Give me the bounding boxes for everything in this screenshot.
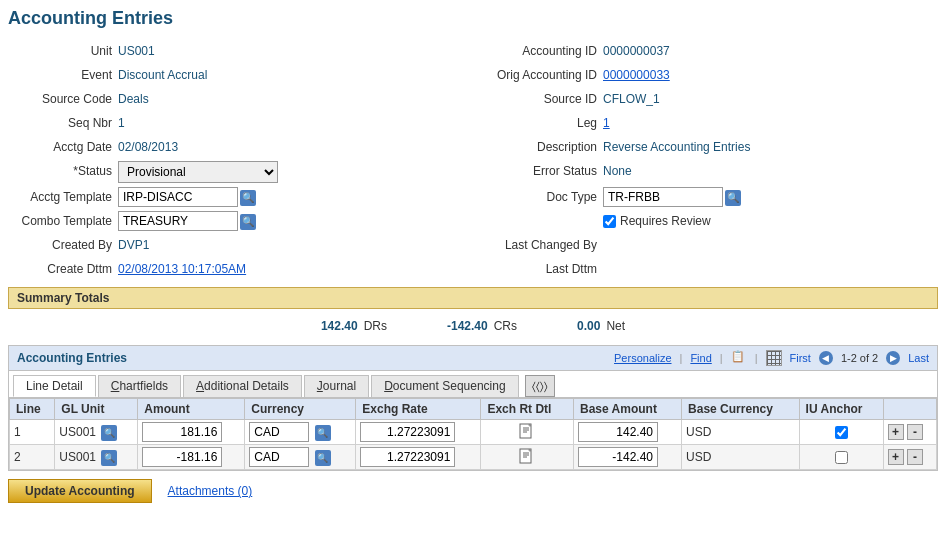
- acctg-date-field: Acctg Date 02/08/2013: [8, 137, 473, 157]
- update-accounting-button[interactable]: Update Accounting: [8, 479, 152, 503]
- exch-rt-dtl-button-1[interactable]: [518, 423, 536, 441]
- created-by-label: Created By: [8, 235, 118, 255]
- combo-template-search-button[interactable]: 🔍: [238, 211, 258, 231]
- col-iu-anchor: IU Anchor: [799, 399, 883, 420]
- add-row-button-1[interactable]: +: [888, 424, 904, 440]
- add-row-button-2[interactable]: +: [888, 449, 904, 465]
- cell-exch-rt-dtl-1: [481, 420, 574, 445]
- pipe3: |: [755, 352, 758, 364]
- cell-line-1: 1: [10, 420, 55, 445]
- cell-amount-2: [138, 445, 245, 470]
- grid-icon[interactable]: [766, 350, 782, 366]
- cell-actions-2: + -: [883, 445, 936, 470]
- amount-input-2[interactable]: [142, 447, 222, 467]
- amount-input-1[interactable]: [142, 422, 222, 442]
- orig-accounting-id-value[interactable]: 0000000033: [603, 65, 670, 85]
- requires-review-checkbox[interactable]: [603, 215, 616, 228]
- table-header-controls: Personalize | Find | 📋 | First ◀ 1-2 of …: [614, 350, 929, 366]
- cell-line-2: 2: [10, 445, 55, 470]
- leg-label: Leg: [473, 113, 603, 133]
- expand-columns-button[interactable]: 〈〈〉〉: [525, 375, 555, 397]
- form-row-seq: Seq Nbr 1 Leg 1: [8, 113, 938, 133]
- tab-document-sequencing[interactable]: Document Sequencing: [371, 375, 518, 397]
- source-code-value: Deals: [118, 89, 149, 109]
- exch-rt-dtl-button-2[interactable]: [518, 448, 536, 466]
- currency-input-1[interactable]: [249, 422, 309, 442]
- source-id-value: CFLOW_1: [603, 89, 660, 109]
- doc-type-field: Doc Type TR-FRBB 🔍: [473, 187, 938, 207]
- cell-base-amount-2: [574, 445, 682, 470]
- seq-nbr-field: Seq Nbr 1: [8, 113, 473, 133]
- summary-crs-value: -142.40: [447, 319, 488, 333]
- doc-type-search-button[interactable]: 🔍: [723, 187, 743, 207]
- cell-actions-1: + -: [883, 420, 936, 445]
- tab-chartfields-label: Chartfields: [111, 379, 168, 393]
- tab-additional-details[interactable]: Additional Details: [183, 375, 302, 397]
- accounting-id-value: 0000000037: [603, 41, 670, 61]
- error-status-value: None: [603, 161, 632, 183]
- pagination-last[interactable]: Last: [908, 352, 929, 364]
- leg-value[interactable]: 1: [603, 113, 610, 133]
- form-row-acctg-template: Acctg Template IRP-DISACC 🔍 Doc Type TR-…: [8, 187, 938, 207]
- last-changed-by-label: Last Changed By: [473, 235, 603, 255]
- create-dttm-value[interactable]: 02/08/2013 10:17:05AM: [118, 259, 246, 279]
- table-header-row: Line GL Unit Amount Currency Exchg Rate …: [10, 399, 937, 420]
- combo-template-field: Combo Template 🔍: [8, 211, 473, 231]
- acctg-template-label: Acctg Template: [8, 187, 118, 207]
- remove-row-button-1[interactable]: -: [907, 424, 923, 440]
- accounting-entries-section: Accounting Entries Personalize | Find | …: [8, 345, 938, 471]
- cell-base-currency-2: USD: [682, 445, 800, 470]
- acctg-template-input[interactable]: IRP-DISACC: [118, 187, 238, 207]
- currency-search-1[interactable]: 🔍: [313, 424, 333, 441]
- base-amount-input-2[interactable]: [578, 447, 658, 467]
- cell-exch-rt-dtl-2: [481, 445, 574, 470]
- iu-anchor-checkbox-2[interactable]: [835, 451, 848, 464]
- exchg-rate-input-2[interactable]: [360, 447, 455, 467]
- pipe2: |: [720, 352, 723, 364]
- prev-arrow-icon[interactable]: ◀: [819, 351, 833, 365]
- pagination-first[interactable]: First: [790, 352, 811, 364]
- form-row-acctg-date: Acctg Date 02/08/2013 Description Revers…: [8, 137, 938, 157]
- combo-template-input[interactable]: [118, 211, 238, 231]
- create-dttm-label: Create Dttm: [8, 259, 118, 279]
- next-arrow-icon[interactable]: ▶: [886, 351, 900, 365]
- gl-unit-search-1[interactable]: 🔍: [99, 424, 119, 441]
- next-arrow[interactable]: ▶: [886, 351, 900, 365]
- cell-iu-anchor-2: [799, 445, 883, 470]
- status-label: *Status: [8, 161, 118, 183]
- personalize-link[interactable]: Personalize: [614, 352, 671, 364]
- remove-row-button-2[interactable]: -: [907, 449, 923, 465]
- exchg-rate-input-1[interactable]: [360, 422, 455, 442]
- tab-journal[interactable]: Journal: [304, 375, 369, 397]
- search-icon: 🔍: [101, 450, 117, 466]
- currency-input-2[interactable]: [249, 447, 309, 467]
- tab-line-detail[interactable]: Line Detail: [13, 375, 96, 397]
- gl-unit-value-1: US001: [59, 425, 96, 439]
- acctg-template-search-button[interactable]: 🔍: [238, 187, 258, 207]
- summary-crs-label: CRs: [494, 319, 517, 333]
- cell-exchg-rate-2: [356, 445, 481, 470]
- requires-review-label: Requires Review: [620, 211, 711, 231]
- source-code-field: Source Code Deals: [8, 89, 473, 109]
- error-status-field: Error Status None: [473, 161, 938, 183]
- doc-icon-1: [518, 423, 536, 441]
- status-select[interactable]: Provisional Posted Deleted: [118, 161, 278, 183]
- prev-arrow[interactable]: ◀: [819, 351, 833, 365]
- tab-chartfields[interactable]: Chartfields: [98, 375, 181, 397]
- doc-type-input[interactable]: TR-FRBB: [603, 187, 723, 207]
- tab-line-detail-label: Line Detail: [26, 379, 83, 393]
- view-icon[interactable]: 📋: [731, 350, 747, 366]
- form-row-unit: Unit US001 Accounting ID 0000000037: [8, 41, 938, 61]
- col-amount: Amount: [138, 399, 245, 420]
- form-row-source-code: Source Code Deals Source ID CFLOW_1: [8, 89, 938, 109]
- create-dttm-field: Create Dttm 02/08/2013 10:17:05AM: [8, 259, 473, 279]
- attachments-link[interactable]: Attachments (0): [168, 484, 253, 498]
- base-amount-input-1[interactable]: [578, 422, 658, 442]
- find-link[interactable]: Find: [690, 352, 711, 364]
- unit-field: Unit US001: [8, 41, 473, 61]
- cell-currency-2: 🔍: [245, 445, 356, 470]
- currency-search-2[interactable]: 🔍: [313, 449, 333, 466]
- iu-anchor-checkbox-1[interactable]: [835, 426, 848, 439]
- gl-unit-search-2[interactable]: 🔍: [99, 449, 119, 466]
- summary-totals-header: Summary Totals: [8, 287, 938, 309]
